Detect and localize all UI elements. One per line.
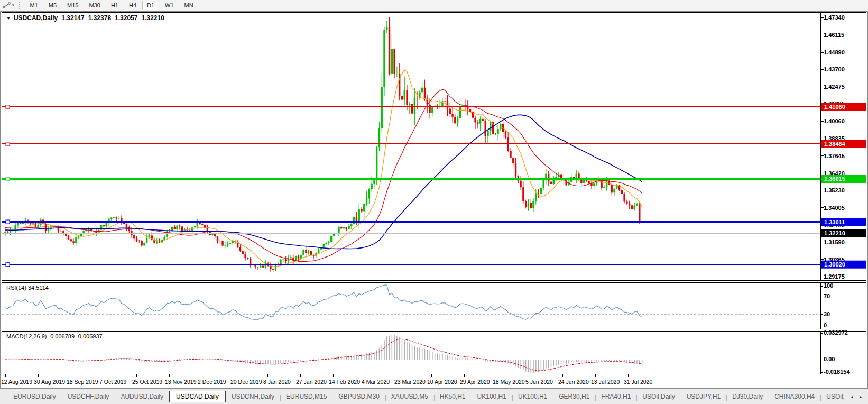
svg-text:13 Jul 2020: 13 Jul 2020	[591, 379, 620, 385]
chart-tab[interactable]: EURUSD,Daily	[7, 391, 62, 402]
level-line-handle[interactable]	[6, 142, 10, 146]
svg-text:18 May 2020: 18 May 2020	[493, 379, 525, 385]
chart-title-row: ▼ USDCAD,Daily 1.32147 1.32378 1.32057 1…	[6, 14, 164, 22]
svg-text:31 Jul 2020: 31 Jul 2020	[624, 379, 652, 385]
svg-text:29 Apr 2020: 29 Apr 2020	[460, 379, 490, 385]
chart-tab[interactable]: DJ30,Daily	[726, 391, 769, 402]
svg-text:1.46115: 1.46115	[824, 32, 844, 38]
chart-tab[interactable]: USDCNH,Daily	[226, 391, 280, 402]
svg-text:25 Oct 2019: 25 Oct 2019	[132, 379, 162, 385]
svg-text:1.36015: 1.36015	[824, 176, 845, 182]
chart-tab[interactable]: XAUUSD,M5	[385, 391, 434, 402]
svg-text:1.38464: 1.38464	[824, 141, 846, 147]
chart-symbol-title: USDCAD,Daily	[14, 14, 58, 22]
svg-text:1.44890: 1.44890	[824, 49, 845, 56]
svg-text:1.33011: 1.33011	[824, 219, 845, 225]
svg-text:18 Sep 2019: 18 Sep 2019	[67, 379, 98, 385]
chart-tab[interactable]: CHINA300,H4	[769, 391, 820, 402]
svg-text:0.00: 0.00	[824, 356, 835, 362]
svg-text:30 Aug 2019: 30 Aug 2019	[34, 379, 65, 385]
svg-text:1.34005: 1.34005	[824, 205, 845, 211]
svg-text:1.43700: 1.43700	[824, 66, 845, 72]
chart-window: 1.473401.461151.448901.437001.424751.412…	[0, 11, 868, 389]
ohlc-close: 1.32210	[141, 14, 164, 22]
timeframe-button-w1[interactable]: W1	[160, 1, 179, 10]
timeframe-button-m30[interactable]: M30	[84, 1, 105, 10]
svg-text:8 Jan 2020: 8 Jan 2020	[263, 379, 291, 385]
svg-text:0.032972: 0.032972	[824, 329, 848, 336]
chart-tab[interactable]: GBPUSD,M30	[333, 391, 385, 402]
chart-tab[interactable]: FRA40,H1	[595, 391, 636, 402]
svg-text:2 Dec 2019: 2 Dec 2019	[198, 379, 226, 385]
svg-text:13 Nov 2019: 13 Nov 2019	[165, 379, 197, 385]
ohlc-high: 1.32378	[88, 14, 111, 22]
svg-text:-0.018154: -0.018154	[824, 369, 850, 375]
chart-tabs-bar: EURUSD,DailyUSDCHF,DailyAUDUSD,DailyUSDC…	[0, 389, 868, 404]
chart-tab[interactable]: USOil,D	[820, 391, 845, 402]
chart-tab[interactable]: GER30,H1	[553, 391, 595, 402]
top-toolbar: ▾ M1 M5 M15 M30 H1 H4 D1 W1 MN	[0, 0, 868, 11]
rsi-indicator-label: RSI(14) 34.5114	[6, 284, 49, 291]
collapse-chart-icon[interactable]: ▼	[6, 16, 11, 21]
chart-tabs-list: EURUSD,DailyUSDCHF,DailyAUDUSD,DailyUSDC…	[0, 389, 845, 404]
chart-tab[interactable]: HK50,H1	[434, 391, 472, 402]
svg-text:14 Feb 2020: 14 Feb 2020	[329, 379, 360, 385]
draw-tool-button[interactable]: ▾	[3, 2, 14, 9]
trendline-tool-icon	[3, 2, 11, 9]
svg-text:0: 0	[824, 322, 827, 328]
svg-text:1.32210: 1.32210	[824, 230, 845, 236]
price-chart-canvas[interactable]: 1.473401.461151.448901.437001.424751.412…	[0, 11, 868, 389]
chart-tab-active[interactable]: USDCAD,Daily	[169, 391, 226, 402]
chart-tab[interactable]: AUDUSD,Daily	[115, 391, 169, 402]
chart-tab[interactable]: USDJPY,H1	[681, 391, 726, 402]
toolbar-grip	[19, 2, 21, 9]
svg-text:100: 100	[824, 282, 833, 289]
svg-text:1.31590: 1.31590	[824, 239, 845, 245]
timeframe-button-m5[interactable]: M5	[44, 1, 61, 10]
tabs-scroll-left-button[interactable]: ◄	[848, 393, 856, 401]
svg-text:27 Jan 2020: 27 Jan 2020	[296, 379, 327, 385]
svg-text:1.29175: 1.29175	[824, 273, 845, 280]
ohlc-open: 1.32147	[61, 14, 84, 22]
svg-text:1.41060: 1.41060	[824, 104, 845, 110]
level-line-handle[interactable]	[6, 263, 10, 267]
svg-text:12 Aug 2019: 12 Aug 2019	[1, 379, 32, 385]
timeframe-button-mn[interactable]: MN	[180, 1, 198, 10]
level-line-handle[interactable]	[6, 220, 10, 224]
timeframe-button-d1[interactable]: D1	[142, 1, 159, 10]
svg-text:5 Jun 2020: 5 Jun 2020	[525, 379, 553, 385]
svg-text:7 Oct 2019: 7 Oct 2019	[99, 379, 127, 385]
dropdown-caret-icon: ▾	[12, 3, 14, 7]
tabs-scroll-right-button[interactable]: ►	[857, 393, 865, 401]
timeframe-button-m15[interactable]: M15	[62, 1, 83, 10]
svg-text:30: 30	[824, 311, 830, 317]
level-line-handle[interactable]	[6, 105, 10, 109]
svg-text:1.42475: 1.42475	[824, 84, 845, 90]
svg-text:1.37645: 1.37645	[824, 153, 845, 159]
svg-text:1.30020: 1.30020	[824, 261, 845, 268]
svg-text:23 Mar 2020: 23 Mar 2020	[394, 379, 426, 385]
chart-tab[interactable]: EURUSD,M15	[280, 391, 333, 402]
timeframe-button-m1[interactable]: M1	[25, 1, 43, 10]
svg-text:1.35230: 1.35230	[824, 187, 845, 194]
svg-text:20 Dec 2019: 20 Dec 2019	[230, 379, 262, 385]
svg-text:24 Jun 2020: 24 Jun 2020	[558, 379, 589, 385]
ohlc-low: 1.32057	[115, 14, 137, 22]
svg-text:4 Mar 2020: 4 Mar 2020	[362, 379, 390, 385]
timeframe-button-h4[interactable]: H4	[124, 1, 141, 10]
svg-text:70: 70	[824, 293, 830, 299]
timeframe-button-h1[interactable]: H1	[106, 1, 123, 10]
chart-tab[interactable]: UK100,H1	[472, 391, 512, 402]
tabs-scroll-controls: ◄ ►	[845, 393, 868, 401]
chart-tab[interactable]: UK100,H1	[512, 391, 553, 402]
chart-tab[interactable]: USDCHF,Daily	[62, 391, 115, 402]
svg-text:10 Apr 2020: 10 Apr 2020	[427, 379, 457, 385]
level-line-handle[interactable]	[6, 177, 10, 181]
svg-text:1.40060: 1.40060	[824, 118, 845, 124]
svg-text:1.47340: 1.47340	[824, 14, 845, 21]
chart-tab[interactable]: USOil,Daily	[636, 391, 680, 402]
macd-indicator-label: MACD(12,26,9) -0.006789 -0.005937	[6, 333, 103, 339]
